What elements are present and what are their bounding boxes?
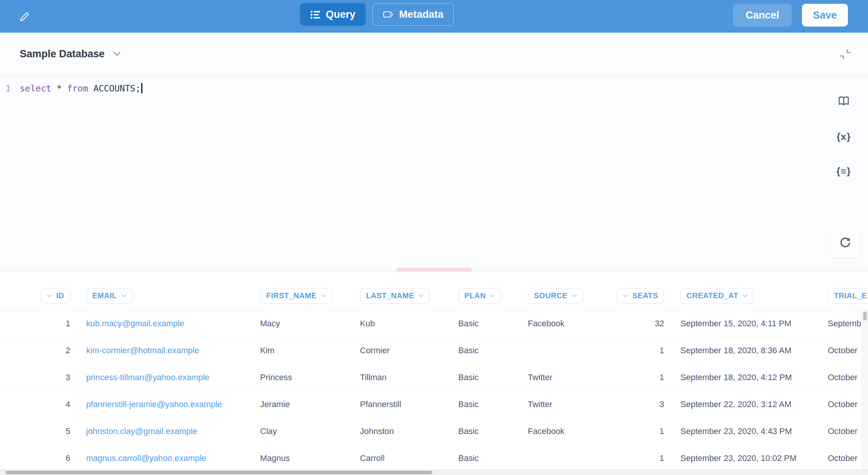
sql-editor[interactable]: 1 select * from ACCOUNTS; {x} {≡} (0, 75, 868, 271)
chevron-down-icon (47, 294, 52, 297)
table-row: 5johnston.clay@gmail.exampleClayJohnston… (0, 418, 862, 445)
run-query-refresh-icon[interactable] (830, 228, 860, 258)
cell-last_name: Tillman (360, 373, 458, 382)
tab-query-label: Query (326, 9, 355, 20)
cell-seats: 1 (611, 426, 664, 436)
cell-created_at: September 15, 2020, 4:11 PM (680, 319, 828, 329)
cell-created_at: September 23, 2020, 4:43 PM (680, 426, 828, 436)
cell-id: 6 (23, 453, 70, 463)
results-table: IDEMAILFIRST_NAMELAST_NAMEPLANSOURCESEAT… (0, 272, 868, 475)
table-row: 1kub.macy@gmail.exampleMacyKubBasicFaceb… (0, 310, 862, 337)
sql-token-keyword: from (67, 83, 88, 93)
data-reference-book-icon[interactable] (836, 94, 851, 108)
table-row: 4pfannerstill-jeramie@yahoo.exampleJeram… (0, 391, 862, 418)
cell-trial: October (828, 453, 862, 463)
cell-source: Facebook (528, 426, 611, 436)
column-header-id[interactable]: ID (41, 288, 70, 304)
header-cell-last_name: LAST_NAME (360, 288, 458, 304)
cancel-button[interactable]: Cancel (733, 4, 792, 27)
column-label: FIRST_NAME (266, 291, 317, 300)
database-row: Sample Database (0, 33, 868, 75)
column-header-trial[interactable]: TRIAL_E (828, 288, 868, 304)
collapse-editor-icon[interactable] (839, 49, 851, 61)
cell-email[interactable]: kim-cormier@hotmail.example (86, 346, 260, 355)
cell-first_name: Jeramie (260, 400, 360, 409)
chevron-down-icon (742, 294, 748, 297)
variables-icon[interactable]: {x} (836, 130, 851, 143)
horizontal-scrollbar[interactable] (0, 470, 868, 475)
column-header-plan[interactable]: PLAN (458, 288, 501, 304)
cell-email[interactable]: magnus.carroll@yahoo.example (86, 453, 260, 463)
cell-first_name: Princess (260, 373, 360, 382)
cell-email[interactable]: johnston.clay@gmail.example (86, 426, 260, 436)
table-body: 1kub.macy@gmail.exampleMacyKubBasicFaceb… (0, 310, 862, 470)
header-cell-first_name: FIRST_NAME (260, 288, 360, 304)
tab-metadata-label: Metadata (399, 9, 443, 20)
column-label: LAST_NAME (366, 291, 414, 300)
column-label: TRIAL_E (834, 291, 867, 300)
cell-id: 3 (23, 373, 70, 382)
vertical-scrollbar[interactable] (862, 310, 868, 470)
cell-created_at: September 22, 2020, 3:12 AM (680, 400, 828, 409)
cell-email[interactable]: kub.macy@gmail.example (86, 319, 260, 329)
cell-id: 1 (23, 319, 70, 329)
column-header-first_name[interactable]: FIRST_NAME (260, 288, 332, 304)
editor-mode-tabs: Query Metadata (300, 3, 454, 26)
topbar: Query Metadata Cancel Save (0, 0, 868, 33)
cell-first_name: Kim (260, 346, 360, 355)
sql-token-keyword: select (20, 83, 51, 93)
horizontal-scrollbar-thumb[interactable] (6, 471, 432, 474)
cell-source: Twitter (528, 373, 611, 382)
cell-plan: Basic (458, 426, 528, 436)
table-row: 6magnus.carroll@yahoo.exampleMagnusCarro… (0, 445, 862, 470)
cell-trial: October (828, 426, 862, 436)
tab-metadata[interactable]: Metadata (372, 3, 454, 26)
cell-source: Twitter (528, 400, 611, 409)
cell-last_name: Kub (360, 319, 458, 329)
column-label: EMAIL (92, 291, 117, 300)
column-header-last_name[interactable]: LAST_NAME (360, 288, 430, 304)
cell-trial: Septemb (828, 319, 862, 329)
list-icon (310, 10, 320, 19)
cell-email[interactable]: pfannerstill-jeramie@yahoo.example (86, 400, 260, 409)
tab-query[interactable]: Query (300, 3, 366, 26)
column-header-email[interactable]: EMAIL (86, 288, 133, 304)
chevron-down-icon (113, 52, 121, 56)
chevron-down-icon (572, 294, 577, 297)
table-row: 2kim-cormier@hotmail.exampleKimCormierBa… (0, 337, 862, 364)
metabase-query-editor: Query Metadata Cancel Save Sample Databa… (0, 0, 868, 475)
chevron-down-icon (490, 294, 495, 297)
cell-seats: 1 (611, 346, 664, 355)
table-header-row: IDEMAILFIRST_NAMELAST_NAMEPLANSOURCESEAT… (0, 272, 868, 310)
sql-code-line[interactable]: select * from ACCOUNTS; (20, 81, 142, 96)
database-name: Sample Database (20, 48, 105, 60)
cell-created_at: September 18, 2020, 4:12 PM (680, 373, 828, 382)
cell-last_name: Johnston (360, 426, 458, 436)
cell-plan: Basic (458, 453, 528, 463)
cell-seats: 1 (611, 373, 664, 382)
cell-email[interactable]: princess-tillman@yahoo.example (86, 373, 260, 382)
label-icon (383, 10, 394, 19)
header-cell-plan: PLAN (458, 288, 528, 304)
cell-created_at: September 23, 2020, 10:02 PM (680, 453, 828, 463)
cell-created_at: September 18, 2020, 8:36 AM (680, 346, 828, 355)
column-label: SEATS (632, 291, 658, 300)
snippets-icon[interactable]: {≡} (836, 164, 851, 178)
header-cell-id: ID (23, 288, 70, 304)
cell-trial: October (828, 373, 862, 382)
database-selector[interactable]: Sample Database (20, 33, 121, 75)
column-header-created_at[interactable]: CREATED_AT (680, 288, 754, 304)
cell-last_name: Pfannerstill (360, 400, 458, 409)
edit-name-pencil-icon[interactable] (18, 11, 30, 22)
header-cell-seats: SEATS (611, 288, 664, 304)
header-cell-trial: TRIAL_E (828, 288, 868, 304)
cell-first_name: Clay (260, 426, 360, 436)
column-header-source[interactable]: SOURCE (528, 288, 583, 304)
header-cell-source: SOURCE (528, 288, 611, 304)
sql-token-plain: * (51, 83, 67, 93)
column-header-seats[interactable]: SEATS (617, 288, 664, 304)
cell-first_name: Magnus (260, 453, 360, 463)
chevron-down-icon (121, 294, 126, 297)
vertical-scrollbar-thumb[interactable] (863, 311, 867, 321)
save-button[interactable]: Save (802, 4, 848, 27)
